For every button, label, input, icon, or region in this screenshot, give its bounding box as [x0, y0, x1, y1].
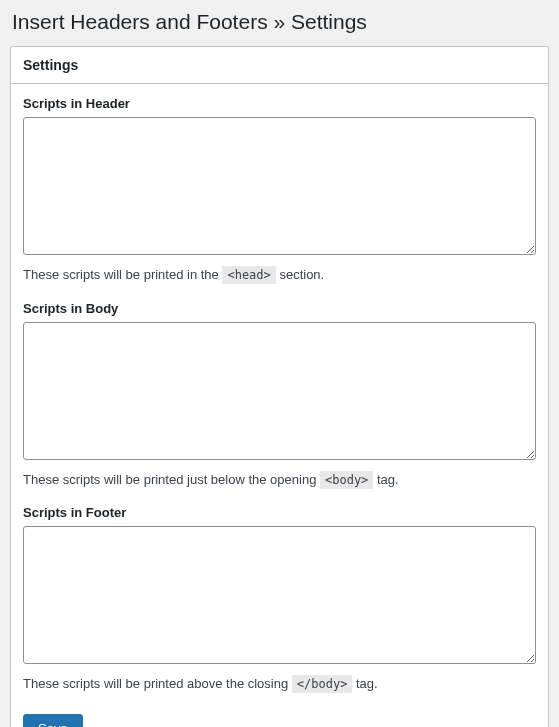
scripts-body-label: Scripts in Body [23, 301, 536, 316]
scripts-footer-group: Scripts in Footer These scripts will be … [23, 505, 536, 694]
scripts-header-description: These scripts will be printed in the <he… [23, 265, 536, 285]
scripts-footer-input[interactable] [23, 526, 536, 664]
scripts-header-group: Scripts in Header These scripts will be … [23, 96, 536, 285]
code-head-tag: <head> [222, 266, 275, 284]
panel-title: Settings [23, 57, 536, 73]
code-body-close-tag: </body> [292, 675, 353, 693]
scripts-body-description: These scripts will be printed just below… [23, 470, 536, 490]
panel-body: Scripts in Header These scripts will be … [11, 84, 548, 727]
code-body-tag: <body> [320, 471, 373, 489]
scripts-body-input[interactable] [23, 322, 536, 460]
scripts-footer-description: These scripts will be printed above the … [23, 674, 536, 694]
save-button[interactable]: Save [23, 714, 83, 728]
desc-text: These scripts will be printed above the … [23, 676, 292, 691]
panel-header: Settings [11, 47, 548, 84]
scripts-footer-label: Scripts in Footer [23, 505, 536, 520]
desc-text: section. [276, 267, 324, 282]
settings-panel: Settings Scripts in Header These scripts… [10, 46, 549, 727]
scripts-header-label: Scripts in Header [23, 96, 536, 111]
desc-text: tag. [373, 472, 398, 487]
desc-text: These scripts will be printed in the [23, 267, 222, 282]
desc-text: These scripts will be printed just below… [23, 472, 320, 487]
page-title: Insert Headers and Footers » Settings [10, 10, 549, 34]
scripts-body-group: Scripts in Body These scripts will be pr… [23, 301, 536, 490]
desc-text: tag. [352, 676, 377, 691]
scripts-header-input[interactable] [23, 117, 536, 255]
